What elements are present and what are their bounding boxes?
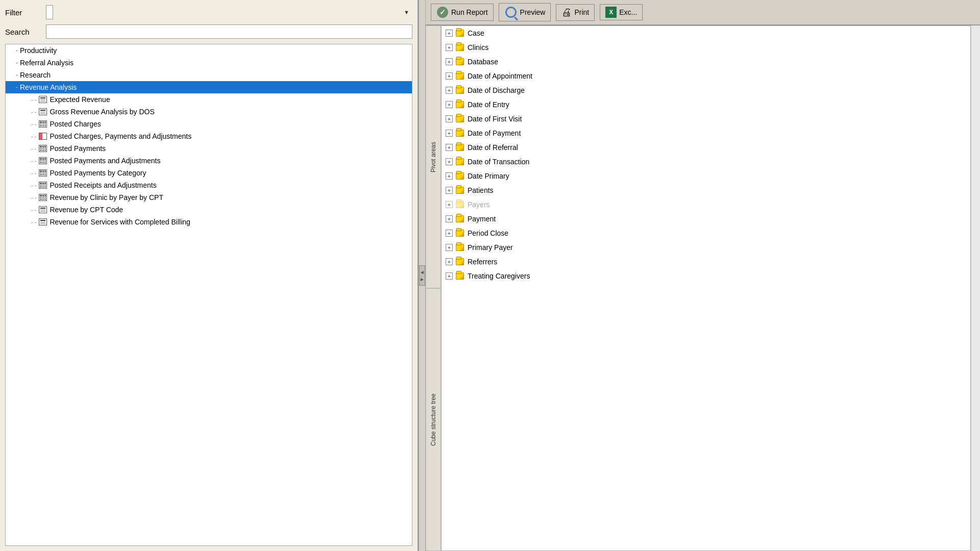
- cube-item-date-first-visit[interactable]: + Date of First Visit: [442, 112, 970, 126]
- run-report-button[interactable]: ✓ Run Report: [431, 4, 494, 21]
- export-label: Exc...: [619, 8, 637, 16]
- cube-item-date-appointment[interactable]: + Date of Appointment: [442, 69, 970, 83]
- right-scrollbar[interactable]: [971, 26, 980, 551]
- pivot-areas-label: Pivot areas: [426, 26, 441, 288]
- cube-icon-date-appointment: [455, 71, 465, 81]
- cube-icon-date-discharge: [455, 86, 465, 95]
- tree-item-expected-revenue[interactable]: - - Expected Revenue: [6, 93, 412, 106]
- expand-case[interactable]: +: [446, 30, 453, 37]
- expand-primary-payer[interactable]: +: [446, 244, 453, 251]
- expand-patients[interactable]: +: [446, 187, 453, 194]
- expand-date-appointment[interactable]: +: [446, 72, 453, 80]
- tree-item-revenue-analysis[interactable]: - Revenue Analysis: [6, 81, 412, 93]
- cube-icon-treating-caregivers: [455, 271, 465, 281]
- expand-date-referral[interactable]: +: [446, 144, 453, 151]
- excel-icon: X: [605, 7, 617, 18]
- grid-icon-posted-receipts: [38, 181, 47, 189]
- tree-item-posted-payments-cat[interactable]: - - Posted Payments by Category: [6, 167, 412, 179]
- cube-icon-referrers: [455, 257, 465, 266]
- splitter-button[interactable]: ◄ ►: [419, 265, 425, 286]
- cube-icon-case: [455, 29, 465, 38]
- cube-item-primary-payer[interactable]: + Primary Payer: [442, 240, 970, 255]
- search-input[interactable]: [46, 24, 412, 39]
- expand-treating-caregivers[interactable]: +: [446, 272, 453, 280]
- expand-date-primary[interactable]: +: [446, 172, 453, 180]
- expand-payment[interactable]: +: [446, 215, 453, 222]
- pivot-labels: Pivot areas Cube structure tree: [426, 26, 441, 551]
- grid-icon-posted-payments: [38, 144, 47, 153]
- run-report-icon: ✓: [436, 6, 449, 18]
- cube-icon-patients: [455, 186, 465, 195]
- tree-item-revenue-services[interactable]: - - Revenue for Services with Completed …: [6, 216, 412, 228]
- cube-icon-date-referral: [455, 143, 465, 152]
- cube-item-patients[interactable]: + Patients: [442, 183, 970, 197]
- splitter-arrow-left: ◄: [420, 269, 425, 275]
- cube-item-period-close[interactable]: + Period Close: [442, 226, 970, 240]
- cube-icon-payers: [455, 200, 465, 209]
- cube-item-date-referral[interactable]: + Date of Referral: [442, 140, 970, 155]
- list-icon-revenue-cpt: [38, 206, 47, 214]
- filter-label: Filter: [5, 8, 46, 17]
- tree-item-posted-payments[interactable]: - - Posted Payments: [6, 142, 412, 155]
- tree-item-revenue-clinic[interactable]: - - Revenue by Clinic by Payer by C: [6, 191, 412, 204]
- cube-item-database[interactable]: + Database: [442, 55, 970, 69]
- tree-item-posted-receipts[interactable]: - - Posted Receipts and Adjustments: [6, 179, 412, 191]
- preview-button[interactable]: Preview: [499, 3, 551, 21]
- report-tree: - Productivity - Referral Analysis - Res…: [5, 44, 412, 546]
- cube-item-clinics[interactable]: + Clinics: [442, 40, 970, 55]
- tree-item-research[interactable]: - Research: [6, 69, 412, 81]
- tree-item-referral-analysis[interactable]: - Referral Analysis: [6, 57, 412, 69]
- cube-item-case[interactable]: + Case: [442, 26, 970, 40]
- print-button[interactable]: 🖨 Print: [556, 4, 595, 21]
- tree-item-posted-charges[interactable]: - - Posted Charges: [6, 118, 412, 130]
- print-icon: 🖨: [561, 7, 572, 18]
- expand-date-payment[interactable]: +: [446, 130, 453, 137]
- cube-item-payment[interactable]: + Payment: [442, 212, 970, 226]
- grid-icon-revenue-clinic: [38, 193, 47, 202]
- special-icon-posted-charges-payments: [38, 132, 47, 140]
- splitter-arrow-right: ►: [420, 277, 425, 282]
- print-label: Print: [574, 8, 589, 16]
- export-excel-button[interactable]: X Exc...: [600, 4, 643, 20]
- tree-item-gross-revenue[interactable]: - - Gross Revenue Analysis by DOS: [6, 106, 412, 118]
- cube-icon-primary-payer: [455, 243, 465, 252]
- expand-date-discharge[interactable]: +: [446, 87, 453, 94]
- cube-item-date-discharge[interactable]: + Date of Discharge: [442, 83, 970, 97]
- tree-item-posted-charges-payments[interactable]: - - Posted Charges, Payments and Adjustm…: [6, 130, 412, 142]
- tree-item-revenue-cpt[interactable]: - - Revenue by CPT Code: [6, 204, 412, 216]
- cube-item-date-entry[interactable]: + Date of Entry: [442, 97, 970, 112]
- preview-icon: [504, 6, 518, 19]
- grid-icon-posted-charges: [38, 120, 47, 128]
- cube-icon-date-transaction: [455, 157, 465, 166]
- list-icon-revenue-services: [38, 218, 47, 226]
- cube-item-date-primary[interactable]: + Date Primary: [442, 169, 970, 183]
- expand-date-transaction[interactable]: +: [446, 158, 453, 165]
- cube-tree-panel: + Case + Clinics: [441, 26, 971, 551]
- expand-date-entry[interactable]: +: [446, 101, 453, 108]
- cube-icon-database: [455, 57, 465, 66]
- tree-item-productivity[interactable]: - Productivity: [6, 44, 412, 57]
- expand-clinics[interactable]: +: [446, 44, 453, 51]
- cube-icon-payment: [455, 214, 465, 223]
- expand-date-first-visit[interactable]: +: [446, 115, 453, 122]
- vertical-splitter[interactable]: ◄ ►: [419, 0, 426, 551]
- cube-icon-period-close: [455, 229, 465, 238]
- tree-item-posted-payments-adj[interactable]: - - Posted Payments and Adjustments: [6, 155, 412, 167]
- cube-item-referrers[interactable]: + Referrers: [442, 255, 970, 269]
- cube-item-payers[interactable]: + Payers: [442, 197, 970, 212]
- expand-payers[interactable]: +: [446, 201, 453, 208]
- search-label: Search: [5, 28, 46, 36]
- cube-icon-date-entry: [455, 100, 465, 109]
- cube-icon-date-first-visit: [455, 114, 465, 123]
- cube-item-date-transaction[interactable]: + Date of Transaction: [442, 155, 970, 169]
- filter-select[interactable]: [46, 5, 53, 19]
- grid-icon-posted-payments-adj: [38, 157, 47, 165]
- expand-referrers[interactable]: +: [446, 258, 453, 265]
- cube-item-treating-caregivers[interactable]: + Treating Caregivers: [442, 269, 970, 283]
- toolbar: ✓ Run Report Preview 🖨 Print X Exc...: [426, 0, 980, 26]
- expand-period-close[interactable]: +: [446, 230, 453, 237]
- expand-database[interactable]: +: [446, 58, 453, 65]
- grid-icon-posted-payments-cat: [38, 169, 47, 177]
- run-report-label: Run Report: [451, 8, 488, 16]
- cube-item-date-payment[interactable]: + Date of Payment: [442, 126, 970, 140]
